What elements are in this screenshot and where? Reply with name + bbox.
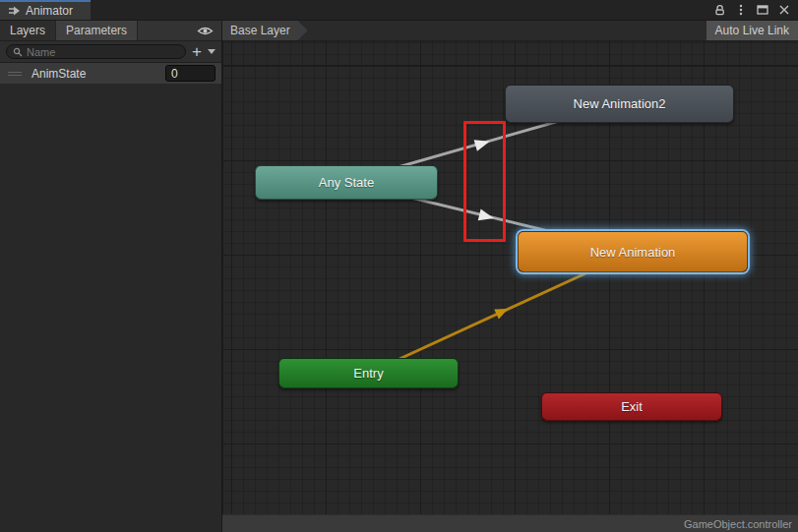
controller-path-label: GameObject.controller	[684, 518, 792, 530]
add-parameter-button[interactable]: +	[190, 44, 204, 59]
eye-icon[interactable]	[197, 21, 221, 40]
search-input[interactable]	[27, 46, 179, 58]
node-label: Any State	[319, 175, 374, 190]
node-label: Exit	[621, 399, 643, 414]
maximize-icon[interactable]	[755, 2, 770, 18]
parameter-row-animstate[interactable]: AnimState	[0, 63, 221, 84]
red-highlight-rectangle	[463, 121, 506, 242]
graph-canvas[interactable]: New Animation2 Any State New Animation E…	[222, 41, 798, 514]
state-node-exit[interactable]: Exit	[541, 392, 722, 421]
state-node-entry[interactable]: Entry	[278, 358, 459, 388]
tab-layers-label: Layers	[10, 24, 45, 37]
parameter-value-field[interactable]	[165, 65, 215, 82]
node-label: Entry	[353, 366, 383, 381]
window-controls	[711, 0, 798, 20]
lock-icon[interactable]	[711, 2, 727, 18]
parameter-search-row: +	[0, 41, 221, 63]
sidebar-tab-strip: Layers Parameters	[0, 21, 221, 41]
state-node-new-animation-selected[interactable]: New Animation	[518, 231, 748, 272]
tab-parameters-label: Parameters	[66, 24, 127, 37]
transition-arrowhead	[494, 304, 510, 319]
drag-handle-icon[interactable]	[8, 72, 22, 76]
sidebar-empty-area	[0, 84, 221, 532]
graph-toolbar: Base Layer Auto Live Link	[222, 21, 798, 41]
search-icon	[13, 47, 23, 57]
tab-parameters[interactable]: Parameters	[56, 21, 138, 40]
animator-sidebar: Layers Parameters	[0, 21, 222, 532]
graph-status-bar: GameObject.controller	[222, 514, 798, 532]
node-label: New Animation2	[574, 96, 666, 111]
animator-icon	[8, 6, 21, 16]
auto-live-link-label: Auto Live Link	[715, 24, 789, 37]
search-field[interactable]	[6, 44, 186, 59]
tab-layers[interactable]: Layers	[0, 21, 56, 40]
window-tab-bar: Animator	[0, 0, 798, 21]
state-node-new-animation2[interactable]: New Animation2	[505, 85, 734, 123]
kebab-menu-icon[interactable]	[733, 2, 749, 18]
auto-live-link-button[interactable]: Auto Live Link	[706, 21, 798, 40]
breadcrumb-label: Base Layer	[230, 24, 290, 37]
chevron-down-icon[interactable]	[208, 49, 215, 54]
animator-window: Animator	[0, 0, 798, 532]
tab-title: Animator	[26, 4, 73, 18]
state-node-any-state[interactable]: Any State	[255, 165, 438, 200]
close-icon[interactable]	[776, 2, 792, 18]
tab-animator[interactable]: Animator	[0, 0, 91, 20]
breadcrumb-base-layer[interactable]: Base Layer	[222, 21, 308, 40]
parameter-name: AnimState	[31, 67, 165, 81]
node-label: New Animation	[590, 245, 676, 260]
